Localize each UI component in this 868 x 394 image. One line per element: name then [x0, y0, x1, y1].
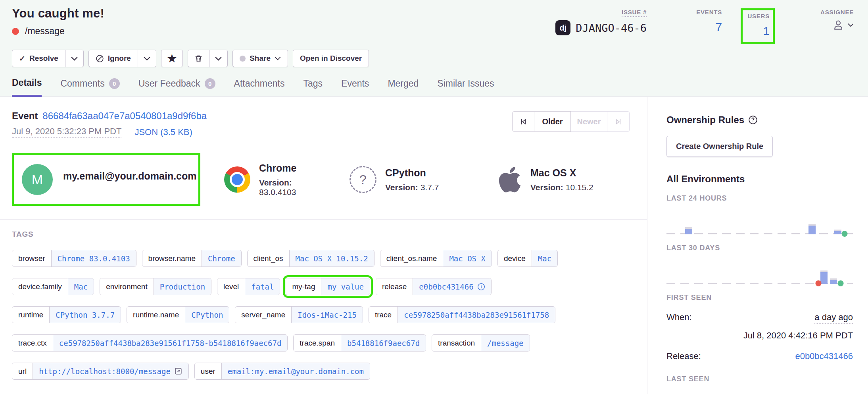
- skip-to-latest-button[interactable]: [607, 111, 630, 132]
- ownership-rules-heading: Ownership Rules: [666, 114, 853, 126]
- events-count-link[interactable]: 7: [715, 20, 722, 34]
- tab-comments[interactable]: Comments 0: [60, 77, 119, 97]
- tag-value-link[interactable]: b5418816f9aec67d: [341, 335, 426, 351]
- tags-section-label: TAGS: [12, 230, 635, 239]
- event-label: Event: [12, 110, 38, 122]
- tag-value-link[interactable]: /message: [481, 335, 530, 351]
- tag-value-link[interactable]: Mac: [532, 250, 557, 267]
- tag-value-link[interactable]: e0b0bc431466: [419, 282, 473, 291]
- first-release-link[interactable]: e0b0bc431466: [795, 351, 853, 361]
- oldest-event-button[interactable]: [512, 111, 534, 132]
- browser-name: Chrome: [259, 162, 324, 174]
- circle-slash-icon: [96, 54, 104, 63]
- user-email: my.email@your.domain.com: [63, 170, 197, 182]
- tag-key: trace: [369, 307, 398, 323]
- tag-value-link[interactable]: CPython 3.7.7: [49, 307, 121, 323]
- runtime-context-card: ? CPython Version: 3.7.7: [350, 166, 476, 193]
- all-environments-heading: All Environments: [666, 174, 853, 185]
- tab-user-feedback[interactable]: User Feedback 0: [138, 77, 215, 97]
- resolve-button[interactable]: ✓ Resolve: [12, 50, 65, 67]
- tag-value-link[interactable]: Idos-iMac-215: [291, 307, 363, 323]
- tag-value-link[interactable]: ce5978250aff4438ba283e91561f1758-b541881…: [53, 335, 288, 351]
- ignore-dropdown-button[interactable]: [138, 50, 156, 67]
- ignore-button[interactable]: Ignore: [88, 50, 138, 67]
- json-download-link[interactable]: JSON (3.5 KB): [134, 127, 192, 137]
- last-24-hours-sparkline: [666, 205, 853, 234]
- bookmark-star-button[interactable]: ★: [161, 50, 183, 67]
- events-count-block: EVENTS 7: [690, 9, 722, 34]
- users-count-link[interactable]: 1: [763, 24, 770, 38]
- tag-pill-runtime-name: runtime.name CPython: [127, 306, 229, 323]
- help-circle-icon[interactable]: [748, 115, 758, 125]
- create-ownership-rule-button[interactable]: Create Ownership Rule: [666, 136, 773, 157]
- open-in-discover-button[interactable]: Open in Discover: [293, 50, 369, 67]
- tag-pill-user: user email:my.email@your.domain.com: [194, 363, 370, 380]
- tag-value-link[interactable]: Mac: [68, 278, 94, 295]
- tag-value-link[interactable]: Chrome: [202, 250, 241, 267]
- event-pagination: Older Newer: [512, 111, 630, 138]
- issue-meta: ISSUE # dj DJANGO-46-6 EVENTS 7 USERS 1 …: [555, 6, 854, 42]
- tab-similar-issues[interactable]: Similar Issues: [437, 77, 494, 97]
- tag-pill-list: browser Chrome 83.0.4103 browser.name Ch…: [12, 250, 647, 380]
- spark-bar: [820, 272, 828, 284]
- tag-key: browser: [12, 250, 51, 267]
- delete-button[interactable]: [188, 50, 209, 67]
- event-timestamp: Jul 9, 2020 5:32:23 PM PDT: [12, 126, 121, 138]
- tag-value-link[interactable]: Mac OS X 10.15.2: [289, 250, 374, 267]
- resolve-dropdown-button[interactable]: [65, 50, 84, 67]
- delete-dropdown-button[interactable]: [209, 50, 228, 67]
- issue-tabs: Details Comments 0 User Feedback 0 Attac…: [0, 77, 868, 97]
- external-link-icon[interactable]: [174, 367, 182, 375]
- events-label: EVENTS: [696, 9, 722, 15]
- tag-value-link[interactable]: my value: [321, 278, 370, 295]
- tag-value-link[interactable]: fatal: [245, 278, 280, 295]
- tag-pill-release: release e0b0bc431466: [376, 278, 492, 295]
- spark-marker-dot: [816, 280, 822, 286]
- unresolved-status-dot: [12, 28, 19, 35]
- tag-value-link[interactable]: Chrome 83.0.4103: [51, 250, 136, 267]
- issue-header: You caught me! /message ISSUE # dj DJANG…: [0, 0, 868, 97]
- tag-value-link[interactable]: ce5978250aff4438ba283e91561f1758: [398, 307, 555, 323]
- assignee-block: ASSIGNEE: [820, 9, 854, 31]
- share-button[interactable]: Share: [232, 50, 288, 67]
- last-30-days-sparkline: [666, 255, 853, 284]
- tag-pill-device: device Mac: [497, 250, 558, 267]
- tag-value-link[interactable]: CPython: [185, 307, 229, 323]
- tag-key: server_name: [235, 307, 291, 323]
- tab-events[interactable]: Events: [341, 77, 369, 97]
- tag-pill-runtime: runtime CPython 3.7.7: [12, 306, 121, 323]
- event-id-link[interactable]: 86684fa63aa047e7a0540801a9d9f6ba: [42, 110, 207, 122]
- os-name: Mac OS X: [530, 167, 593, 179]
- tag-pill-trace: trace ce5978250aff4438ba283e91561f1758: [369, 306, 555, 323]
- info-circle-icon[interactable]: [477, 283, 485, 291]
- release-label: Release:: [666, 351, 701, 361]
- os-version: 10.15.2: [566, 183, 593, 192]
- event-id-block: Event 86684fa63aa047e7a0540801a9d9f6ba J…: [12, 110, 207, 138]
- tag-pill-transaction: transaction /message: [432, 334, 530, 352]
- tab-details[interactable]: Details: [12, 77, 42, 97]
- tag-value-link[interactable]: http://localhost:8000/message: [39, 367, 171, 376]
- chrome-icon: [224, 166, 250, 193]
- last-24-hours-label: LAST 24 HOURS: [666, 194, 853, 203]
- tab-attachments[interactable]: Attachments: [234, 77, 285, 97]
- skip-to-first-icon: [519, 117, 528, 126]
- tag-key: environment: [100, 278, 154, 295]
- newer-event-button[interactable]: Newer: [571, 111, 607, 132]
- older-event-button[interactable]: Older: [534, 111, 571, 132]
- chevron-down-icon: [71, 56, 78, 61]
- tag-value-link[interactable]: Production: [154, 278, 211, 295]
- tag-key: client_os: [248, 250, 289, 267]
- tab-tags[interactable]: Tags: [303, 77, 323, 97]
- when-label: When:: [666, 312, 692, 323]
- tag-value-link[interactable]: email:my.email@your.domain.com: [221, 363, 370, 379]
- issue-number-block: ISSUE # dj DJANGO-46-6: [555, 9, 647, 35]
- feedback-count-badge: 0: [205, 78, 215, 89]
- assignee-dropdown[interactable]: [832, 19, 854, 31]
- tab-merged[interactable]: Merged: [388, 77, 419, 97]
- last-30-days-label: LAST 30 DAYS: [666, 244, 853, 252]
- tag-key: user: [195, 363, 221, 379]
- tag-key: url: [12, 363, 33, 379]
- chevron-down-icon: [848, 23, 854, 27]
- tag-key: browser.name: [142, 250, 202, 267]
- tag-value-link[interactable]: Mac OS X: [443, 250, 492, 267]
